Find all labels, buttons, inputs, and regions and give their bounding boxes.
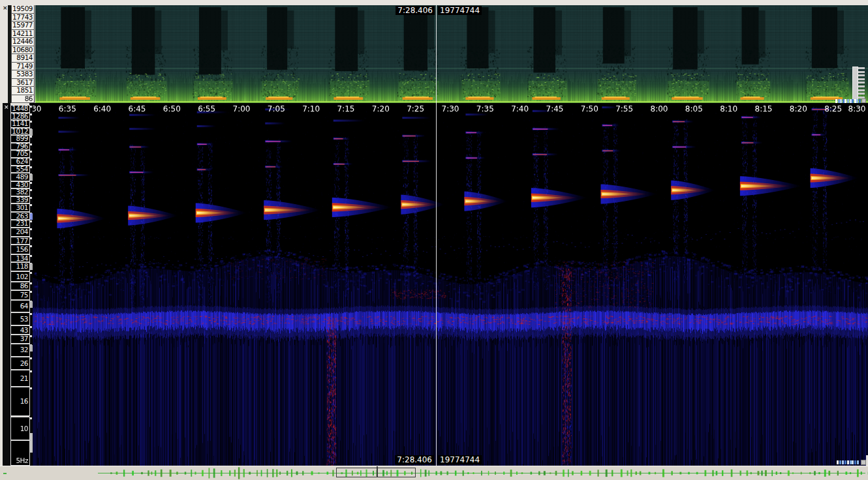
main-freq-tick-label: 624 bbox=[10, 158, 30, 165]
mini-scrollbar-segment[interactable] bbox=[847, 99, 849, 103]
main-freq-tick-label: 382 bbox=[10, 188, 30, 196]
main-spectrogram-panel: × 14481286114110128997967056245544894303… bbox=[0, 103, 868, 466]
selection-divider-handle[interactable] bbox=[377, 466, 378, 469]
mini-scrollbar-segment[interactable] bbox=[845, 99, 846, 103]
mini-scrollbar-segment[interactable] bbox=[857, 460, 859, 464]
top-freq-tick-label: 1851 bbox=[11, 87, 35, 95]
main-freq-tick-label: 899 bbox=[10, 135, 30, 143]
mini-scrollbar-segment[interactable] bbox=[847, 460, 849, 464]
time-tick-label: 8:10 bbox=[720, 104, 737, 113]
time-tick-label: 8:20 bbox=[790, 104, 807, 113]
top-freq-tick-label: 86 bbox=[11, 95, 35, 104]
mini-scrollbar-segment[interactable] bbox=[854, 99, 856, 103]
freq-marker-dot bbox=[30, 158, 32, 160]
time-tick-label: 6:50 bbox=[163, 104, 181, 113]
main-freq-tick-label: 1448 bbox=[10, 105, 30, 112]
freq-marker-dot bbox=[30, 220, 32, 222]
mini-scrollbar-segment[interactable] bbox=[843, 99, 845, 103]
mini-scrollbar-segment[interactable] bbox=[856, 99, 858, 103]
main-freq-tick-label: 263 bbox=[10, 212, 30, 220]
freq-marker-dot bbox=[30, 357, 32, 359]
mini-scrollbar-segment[interactable] bbox=[838, 99, 840, 103]
main-freq-tick-label: 21 bbox=[10, 370, 30, 387]
time-tick-label: 8:25 bbox=[824, 104, 842, 113]
mini-scrollbar-segment[interactable] bbox=[835, 99, 837, 103]
top-spectrogram-canvas[interactable] bbox=[35, 5, 868, 103]
time-tick-label: 7:10 bbox=[302, 104, 320, 113]
freq-marker-dot bbox=[30, 237, 32, 239]
main-playhead-cursor[interactable] bbox=[436, 103, 437, 466]
main-spectrogram-canvas[interactable] bbox=[33, 103, 868, 466]
main-mini-scrollbar-handle[interactable] bbox=[861, 460, 866, 465]
time-tick-label: 7:40 bbox=[511, 104, 529, 113]
freq-marker-dot bbox=[30, 121, 32, 123]
waveform-canvas[interactable] bbox=[0, 466, 868, 480]
main-panel-close-icon[interactable]: × bbox=[4, 104, 9, 110]
main-freq-tick-label: 796 bbox=[10, 143, 30, 151]
top-mini-scrollbar-handle[interactable] bbox=[861, 98, 866, 103]
time-tick-label: 8:00 bbox=[651, 104, 668, 113]
top-freq-tick-label: 8914 bbox=[11, 54, 35, 63]
selection-box-right[interactable] bbox=[377, 468, 416, 477]
mini-scrollbar-segment[interactable] bbox=[839, 460, 841, 464]
top-freq-tick-label: 19509 bbox=[11, 5, 35, 14]
mini-scrollbar-segment[interactable] bbox=[852, 460, 854, 464]
main-freq-tick-label: 10 bbox=[10, 417, 30, 441]
main-panel-left-strip bbox=[3, 103, 10, 466]
mini-scrollbar-segment[interactable] bbox=[842, 460, 844, 464]
mini-scrollbar-segment[interactable] bbox=[850, 99, 852, 103]
top-freq-tick-label: 7149 bbox=[11, 63, 35, 71]
main-cursor-time-readout: 7:28.406 bbox=[395, 455, 434, 464]
freq-marker-dot bbox=[30, 313, 32, 315]
waveform-overview bbox=[0, 466, 868, 480]
freq-marker-dot bbox=[30, 272, 32, 274]
zoom-tick[interactable] bbox=[858, 67, 865, 69]
main-freq-tick-label: 37 bbox=[10, 335, 30, 344]
mini-scrollbar-segment[interactable] bbox=[859, 99, 861, 103]
top-vertical-scrollbar[interactable] bbox=[852, 67, 858, 100]
mini-scrollbar-segment[interactable] bbox=[837, 460, 839, 464]
main-freq-tick-label: 64 bbox=[10, 300, 30, 312]
top-playhead-cursor[interactable] bbox=[436, 5, 437, 103]
freq-marker-dot bbox=[30, 189, 32, 191]
top-panel-close-icon[interactable]: × bbox=[3, 5, 8, 10]
zoom-tick[interactable] bbox=[858, 82, 865, 83]
freq-marker-dot bbox=[30, 282, 32, 284]
zoom-tick[interactable] bbox=[858, 89, 865, 91]
mini-scrollbar-segment[interactable] bbox=[850, 460, 852, 464]
zoom-tick[interactable] bbox=[858, 85, 865, 87]
selection-box-left[interactable] bbox=[336, 468, 377, 477]
main-freq-tick-label: 1012 bbox=[10, 128, 30, 135]
main-freq-tick-label: 86 bbox=[10, 282, 30, 290]
top-freq-tick-label: 10680 bbox=[11, 46, 35, 55]
freq-marker-dot bbox=[30, 387, 32, 389]
main-freq-tick-label: 705 bbox=[10, 150, 30, 158]
main-freq-tick-label: 156 bbox=[10, 245, 30, 254]
freq-marker-dot bbox=[30, 204, 32, 206]
freq-marker-dot bbox=[30, 113, 32, 115]
mini-scrollbar-segment[interactable] bbox=[840, 99, 842, 103]
main-freq-tick-label: 301 bbox=[10, 203, 30, 212]
zoom-tick[interactable] bbox=[858, 74, 865, 76]
time-tick-label: 6:35 bbox=[59, 104, 76, 113]
time-tick-label: 7:25 bbox=[407, 104, 424, 113]
main-freq-tick-label: 430 bbox=[10, 181, 30, 188]
mini-scrollbar-segment[interactable] bbox=[854, 460, 856, 464]
main-freq-tick-label: 43 bbox=[10, 325, 30, 335]
time-tick-label: 8:05 bbox=[685, 104, 703, 113]
freq-marker-dot bbox=[30, 182, 32, 184]
time-tick-label: 7:20 bbox=[372, 104, 390, 113]
mini-scrollbar-segment[interactable] bbox=[852, 99, 854, 103]
zoom-tick[interactable] bbox=[858, 93, 865, 95]
top-freq-tick-label: 17743 bbox=[11, 14, 35, 22]
main-freq-tick-label: 339 bbox=[10, 196, 30, 203]
freq-marker-dot bbox=[30, 106, 32, 108]
main-freq-tick-label: 16 bbox=[10, 387, 30, 416]
mini-scrollbar-segment[interactable] bbox=[845, 460, 846, 464]
top-freq-tick-label: 14211 bbox=[11, 30, 35, 38]
zoom-tick[interactable] bbox=[858, 71, 865, 73]
zoom-tick[interactable] bbox=[858, 78, 865, 80]
top-freq-tick-label: 12446 bbox=[11, 38, 35, 46]
main-freq-tick-label: 53 bbox=[10, 312, 30, 325]
time-tick-label: 7:15 bbox=[337, 104, 355, 113]
